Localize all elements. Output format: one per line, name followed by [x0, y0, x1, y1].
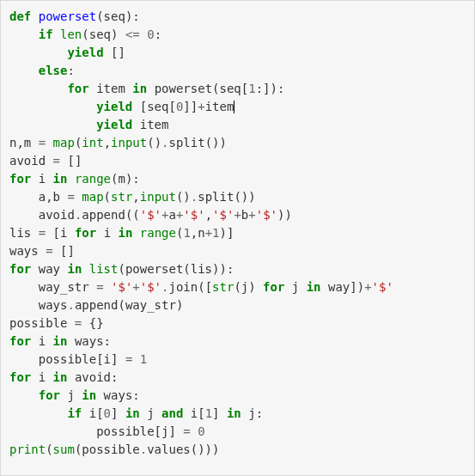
code-line: yield [] — [9, 46, 125, 59]
code-block: def powerset(seq): if len(seq) <= 0: yie… — [9, 8, 466, 459]
code-line: avoid.append(('$'+a+'$','$'+b+'$')) — [9, 208, 292, 222]
code-line: for i in avoid: — [9, 370, 118, 384]
code-line: else: — [9, 64, 75, 77]
code-line: for i in range(m): — [9, 172, 140, 186]
code-line: def powerset(seq): — [9, 9, 140, 23]
code-line: yield [seq[0]]+item — [9, 100, 234, 113]
code-line: lis = [i for i in range(1,n+1)] — [9, 226, 234, 240]
code-line: print(sum(possible.values())) — [9, 442, 219, 456]
code-line: ways = [] — [9, 244, 75, 258]
code-line: if i[0] in j and i[1] in j: — [9, 406, 263, 420]
code-line: for i in ways: — [9, 334, 111, 348]
code-line: ways.append(way_str) — [9, 298, 183, 312]
code-line: possible[j] = 0 — [9, 424, 205, 438]
code-line: for item in powerset(seq[1:]): — [9, 82, 284, 95]
code-line: a,b = map(str,input().split()) — [9, 190, 256, 204]
code-line: for j in ways: — [9, 388, 140, 402]
code-line: n,m = map(int,input().split()) — [9, 136, 227, 150]
text-cursor — [234, 101, 234, 113]
code-line: possible[i] = 1 — [9, 352, 147, 366]
code-line: yield item — [9, 118, 168, 131]
code-line: if len(seq) <= 0: — [9, 27, 161, 41]
code-line: way_str = '$'+'$'.join([str(j) for j in … — [9, 280, 393, 294]
code-line: for way in list(powerset(lis)): — [9, 262, 234, 276]
code-line: possible = {} — [9, 316, 104, 330]
code-line: avoid = [] — [9, 154, 82, 168]
